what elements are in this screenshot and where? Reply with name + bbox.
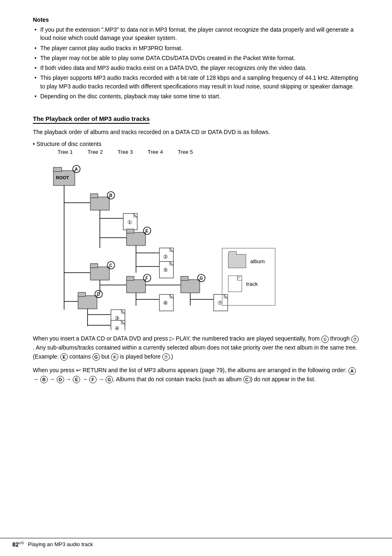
svg-rect-36	[90, 267, 109, 280]
tree3-label: Tree 3	[118, 149, 133, 155]
notes-list: If you put the extension ".MP3" to data …	[33, 25, 359, 100]
legend-track: track	[228, 276, 269, 292]
svg-text:C: C	[109, 263, 112, 268]
album-label: album	[250, 258, 265, 264]
svg-text:①: ①	[127, 219, 132, 225]
svg-rect-54	[181, 276, 188, 280]
tree4-label: Tree 4	[148, 149, 163, 155]
legend-box: album track	[222, 248, 275, 306]
note-item-6: Depending on the disc contents, playback…	[33, 92, 359, 100]
svg-text:②: ②	[163, 254, 168, 260]
note-item-4: If both video data and MP3 audio tracks …	[33, 64, 359, 72]
svg-rect-19	[127, 232, 145, 246]
svg-rect-8	[90, 194, 98, 198]
notes-title: Notes	[33, 16, 359, 23]
legend-album: album	[228, 254, 269, 268]
tree5-label: Tree 5	[178, 149, 193, 155]
svg-rect-42	[127, 280, 145, 293]
svg-text:⑥: ⑥	[163, 300, 168, 306]
svg-text:B: B	[109, 193, 112, 198]
footer-page-num: 82US	[12, 541, 24, 548]
section-title: The Playback order of MP3 audio tracks	[33, 108, 359, 128]
svg-text:G: G	[200, 276, 203, 280]
svg-text:F: F	[145, 276, 148, 280]
footer-sup: US	[19, 541, 24, 545]
svg-text:D: D	[97, 292, 100, 297]
section-intro: The playback order of albums and tracks …	[33, 128, 359, 137]
diagram-area: ROOT A B ①	[49, 158, 279, 330]
svg-rect-1	[53, 167, 62, 171]
svg-text:④: ④	[115, 325, 120, 330]
svg-rect-43	[127, 276, 134, 280]
note-item-2: The player cannot play audio tracks in M…	[33, 44, 359, 52]
structure-label: • Structure of disc contents	[33, 141, 359, 147]
track-label: track	[246, 281, 258, 287]
footer-label: Playing an MP3 audio track	[28, 541, 93, 547]
tree2-label: Tree 2	[88, 149, 103, 155]
svg-rect-20	[127, 229, 134, 233]
svg-text:ROOT: ROOT	[56, 175, 69, 180]
track-icon	[228, 276, 242, 292]
body-text-2: When you press ↩ RETURN and the list of …	[33, 366, 359, 384]
note-item-5: This player supports MP3 audio tracks re…	[33, 74, 359, 90]
note-item-1: If you put the extension ".MP3" to data …	[33, 25, 359, 42]
body-text-1: When you insert a DATA CD or DATA DVD an…	[33, 334, 359, 361]
note-item-3: The player may not be able to play some …	[33, 54, 359, 62]
svg-text:A: A	[75, 167, 78, 171]
footer: 82US Playing an MP3 audio track	[0, 538, 392, 548]
svg-rect-65	[78, 292, 85, 297]
svg-rect-37	[90, 264, 98, 268]
svg-rect-64	[78, 296, 97, 309]
svg-rect-53	[181, 280, 200, 293]
page: Notes If you put the extension ".MP3" to…	[0, 0, 392, 556]
notes-section: Notes If you put the extension ".MP3" to…	[33, 16, 359, 100]
tree1-label: Tree 1	[58, 149, 73, 155]
svg-rect-7	[90, 197, 109, 210]
svg-text:⑤: ⑤	[163, 267, 168, 273]
tree-headers: Tree 1 Tree 2 Tree 3 Tree 4 Tree 5	[58, 149, 359, 155]
svg-text:E: E	[145, 229, 148, 233]
album-icon	[228, 254, 246, 268]
